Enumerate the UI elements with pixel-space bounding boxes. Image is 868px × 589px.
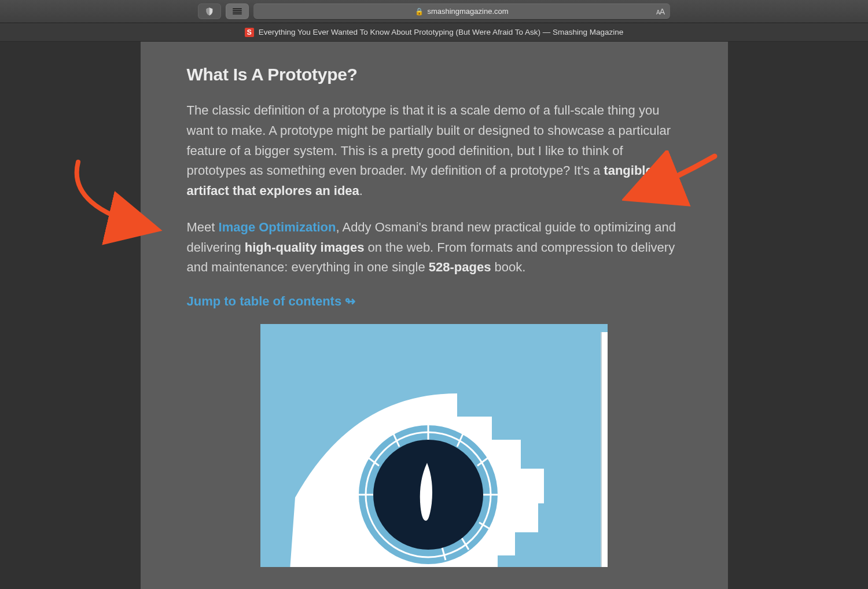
address-bar-domain: smashingmagazine.com [427,7,508,16]
lock-icon: 🔒 [415,8,424,16]
viewport: What Is A Prototype? The classic definit… [0,42,868,589]
section-heading: What Is A Prototype? [187,65,682,84]
paragraph-promo: Meet Image Optimization, Addy Osmani's b… [187,218,682,278]
browser-toolbar: 🔒 smashingmagazine.com AA [0,0,868,23]
paragraph-definition: The classic definition of a prototype is… [187,101,682,201]
reader-mode-button[interactable] [226,3,249,19]
tab-favicon: S [245,28,254,37]
article-reader-page: What Is A Prototype? The classic definit… [141,42,728,589]
jump-to-toc-link[interactable]: Jump to table of contents ↬ [187,294,356,309]
text-size-control[interactable]: AA [656,7,664,16]
book-cover-image [260,324,608,567]
address-bar[interactable]: 🔒 smashingmagazine.com AA [253,3,670,19]
tab-title: Everything You Ever Wanted To Know About… [259,28,624,36]
eye-illustration-icon [260,324,608,567]
image-optimization-link[interactable]: Image Optimization [219,220,336,234]
reader-lines-icon [233,8,242,15]
shield-icon [205,7,214,16]
privacy-shield-button[interactable] [198,3,221,19]
tab-strip: S Everything You Ever Wanted To Know Abo… [0,23,868,42]
